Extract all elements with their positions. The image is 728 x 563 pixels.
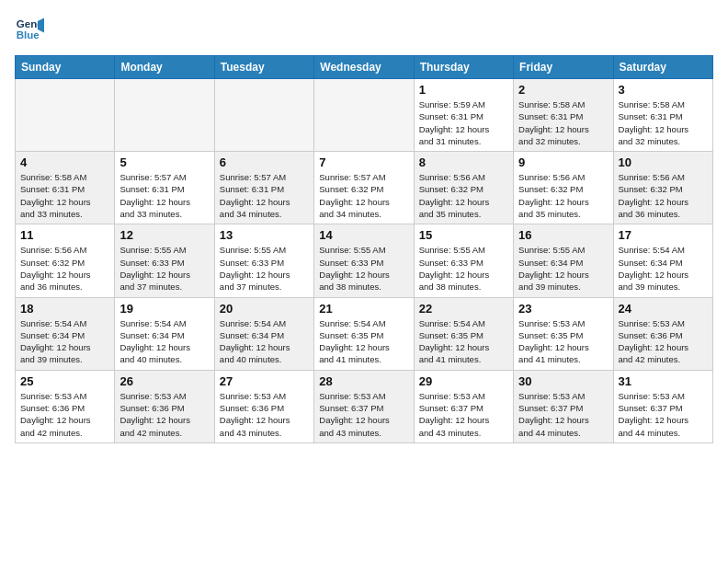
- calendar-cell: 30Sunrise: 5:53 AMSunset: 6:37 PMDayligh…: [514, 370, 613, 442]
- day-number: 2: [518, 83, 608, 97]
- calendar-cell: 26Sunrise: 5:53 AMSunset: 6:36 PMDayligh…: [115, 370, 214, 442]
- calendar-cell: 18Sunrise: 5:54 AMSunset: 6:34 PMDayligh…: [16, 297, 115, 370]
- calendar-cell: 17Sunrise: 5:54 AMSunset: 6:34 PMDayligh…: [613, 224, 712, 297]
- day-number: 19: [119, 302, 209, 316]
- day-info: Sunrise: 5:57 AMSunset: 6:32 PMDaylight:…: [319, 171, 408, 220]
- day-number: 29: [419, 374, 508, 388]
- day-number: 11: [20, 228, 109, 242]
- day-info: Sunrise: 5:53 AMSunset: 6:37 PMDaylight:…: [518, 390, 608, 439]
- day-info: Sunrise: 5:56 AMSunset: 6:32 PMDaylight:…: [419, 171, 508, 220]
- weekday-header: Sunday: [16, 56, 115, 79]
- day-info: Sunrise: 5:54 AMSunset: 6:35 PMDaylight:…: [419, 317, 508, 366]
- day-info: Sunrise: 5:54 AMSunset: 6:34 PMDaylight:…: [119, 317, 209, 366]
- day-number: 25: [20, 374, 109, 388]
- calendar-cell: 27Sunrise: 5:53 AMSunset: 6:36 PMDayligh…: [214, 370, 313, 442]
- weekday-header: Wednesday: [314, 56, 414, 79]
- day-info: Sunrise: 5:53 AMSunset: 6:37 PMDaylight:…: [319, 390, 408, 439]
- day-info: Sunrise: 5:56 AMSunset: 6:32 PMDaylight:…: [20, 244, 109, 293]
- day-number: 12: [119, 228, 209, 242]
- day-number: 16: [518, 228, 608, 242]
- weekday-header: Saturday: [613, 56, 712, 79]
- calendar-cell: 24Sunrise: 5:53 AMSunset: 6:36 PMDayligh…: [613, 297, 712, 370]
- weekday-header: Monday: [115, 56, 214, 79]
- day-number: 23: [518, 302, 608, 316]
- day-number: 30: [518, 374, 608, 388]
- day-info: Sunrise: 5:53 AMSunset: 6:37 PMDaylight:…: [619, 390, 708, 439]
- day-info: Sunrise: 5:58 AMSunset: 6:31 PMDaylight:…: [619, 98, 708, 147]
- calendar-cell: 25Sunrise: 5:53 AMSunset: 6:36 PMDayligh…: [16, 370, 115, 442]
- day-info: Sunrise: 5:54 AMSunset: 6:34 PMDaylight:…: [220, 317, 309, 366]
- day-info: Sunrise: 5:55 AMSunset: 6:33 PMDaylight:…: [220, 244, 309, 293]
- day-info: Sunrise: 5:55 AMSunset: 6:34 PMDaylight:…: [518, 244, 608, 293]
- calendar-cell: 19Sunrise: 5:54 AMSunset: 6:34 PMDayligh…: [115, 297, 214, 370]
- day-info: Sunrise: 5:58 AMSunset: 6:31 PMDaylight:…: [518, 98, 608, 147]
- calendar-cell: 13Sunrise: 5:55 AMSunset: 6:33 PMDayligh…: [214, 224, 313, 297]
- day-number: 31: [619, 374, 708, 388]
- day-number: 24: [619, 302, 708, 316]
- calendar-cell: 9Sunrise: 5:56 AMSunset: 6:32 PMDaylight…: [514, 152, 613, 224]
- calendar-cell: [16, 79, 115, 152]
- day-number: 8: [419, 155, 508, 169]
- logo: General Blue: [15, 15, 44, 44]
- calendar-cell: 1Sunrise: 5:59 AMSunset: 6:31 PMDaylight…: [414, 79, 513, 152]
- day-info: Sunrise: 5:53 AMSunset: 6:37 PMDaylight:…: [419, 390, 508, 439]
- calendar-cell: 23Sunrise: 5:53 AMSunset: 6:35 PMDayligh…: [514, 297, 613, 370]
- day-number: 4: [20, 155, 109, 169]
- calendar-cell: 6Sunrise: 5:57 AMSunset: 6:31 PMDaylight…: [214, 152, 313, 224]
- day-info: Sunrise: 5:55 AMSunset: 6:33 PMDaylight:…: [419, 244, 508, 293]
- weekday-header: Tuesday: [214, 56, 313, 79]
- calendar-cell: 10Sunrise: 5:56 AMSunset: 6:32 PMDayligh…: [613, 152, 712, 224]
- day-number: 20: [220, 302, 309, 316]
- calendar-week-row: 1Sunrise: 5:59 AMSunset: 6:31 PMDaylight…: [16, 79, 713, 152]
- calendar-cell: [314, 79, 414, 152]
- day-info: Sunrise: 5:58 AMSunset: 6:31 PMDaylight:…: [20, 171, 109, 220]
- day-info: Sunrise: 5:57 AMSunset: 6:31 PMDaylight:…: [220, 171, 309, 220]
- day-info: Sunrise: 5:56 AMSunset: 6:32 PMDaylight:…: [619, 171, 708, 220]
- calendar-cell: 11Sunrise: 5:56 AMSunset: 6:32 PMDayligh…: [16, 224, 115, 297]
- weekday-header: Thursday: [414, 56, 513, 79]
- calendar-cell: 28Sunrise: 5:53 AMSunset: 6:37 PMDayligh…: [314, 370, 414, 442]
- calendar-cell: 21Sunrise: 5:54 AMSunset: 6:35 PMDayligh…: [314, 297, 414, 370]
- day-number: 9: [518, 155, 608, 169]
- calendar-cell: 16Sunrise: 5:55 AMSunset: 6:34 PMDayligh…: [514, 224, 613, 297]
- calendar-cell: 5Sunrise: 5:57 AMSunset: 6:31 PMDaylight…: [115, 152, 214, 224]
- calendar-body: 1Sunrise: 5:59 AMSunset: 6:31 PMDaylight…: [16, 79, 713, 443]
- weekday-header-row: SundayMondayTuesdayWednesdayThursdayFrid…: [16, 56, 713, 79]
- calendar-cell: 12Sunrise: 5:55 AMSunset: 6:33 PMDayligh…: [115, 224, 214, 297]
- day-number: 28: [319, 374, 408, 388]
- day-number: 18: [20, 302, 109, 316]
- day-info: Sunrise: 5:53 AMSunset: 6:35 PMDaylight:…: [518, 317, 608, 366]
- logo-icon: General Blue: [15, 15, 44, 44]
- day-number: 26: [119, 374, 209, 388]
- calendar-cell: 2Sunrise: 5:58 AMSunset: 6:31 PMDaylight…: [514, 79, 613, 152]
- calendar-cell: 31Sunrise: 5:53 AMSunset: 6:37 PMDayligh…: [613, 370, 712, 442]
- day-info: Sunrise: 5:59 AMSunset: 6:31 PMDaylight:…: [419, 98, 508, 147]
- calendar-week-row: 25Sunrise: 5:53 AMSunset: 6:36 PMDayligh…: [16, 370, 713, 442]
- weekday-header: Friday: [514, 56, 613, 79]
- calendar-cell: [115, 79, 214, 152]
- calendar-week-row: 11Sunrise: 5:56 AMSunset: 6:32 PMDayligh…: [16, 224, 713, 297]
- svg-text:Blue: Blue: [17, 29, 40, 40]
- day-info: Sunrise: 5:53 AMSunset: 6:36 PMDaylight:…: [619, 317, 708, 366]
- calendar-cell: 20Sunrise: 5:54 AMSunset: 6:34 PMDayligh…: [214, 297, 313, 370]
- calendar-cell: 8Sunrise: 5:56 AMSunset: 6:32 PMDaylight…: [414, 152, 513, 224]
- day-number: 10: [619, 155, 708, 169]
- day-info: Sunrise: 5:56 AMSunset: 6:32 PMDaylight:…: [518, 171, 608, 220]
- day-info: Sunrise: 5:53 AMSunset: 6:36 PMDaylight:…: [220, 390, 309, 439]
- calendar-cell: 14Sunrise: 5:55 AMSunset: 6:33 PMDayligh…: [314, 224, 414, 297]
- calendar-cell: 4Sunrise: 5:58 AMSunset: 6:31 PMDaylight…: [16, 152, 115, 224]
- calendar-cell: 29Sunrise: 5:53 AMSunset: 6:37 PMDayligh…: [414, 370, 513, 442]
- day-number: 7: [319, 155, 408, 169]
- day-number: 1: [419, 83, 508, 97]
- calendar-cell: [214, 79, 313, 152]
- day-info: Sunrise: 5:53 AMSunset: 6:36 PMDaylight:…: [119, 390, 209, 439]
- day-number: 5: [119, 155, 209, 169]
- calendar-week-row: 18Sunrise: 5:54 AMSunset: 6:34 PMDayligh…: [16, 297, 713, 370]
- calendar-week-row: 4Sunrise: 5:58 AMSunset: 6:31 PMDaylight…: [16, 152, 713, 224]
- calendar-cell: 15Sunrise: 5:55 AMSunset: 6:33 PMDayligh…: [414, 224, 513, 297]
- day-info: Sunrise: 5:55 AMSunset: 6:33 PMDaylight:…: [119, 244, 209, 293]
- day-number: 14: [319, 228, 408, 242]
- day-number: 15: [419, 228, 508, 242]
- day-number: 13: [220, 228, 309, 242]
- calendar-cell: 7Sunrise: 5:57 AMSunset: 6:32 PMDaylight…: [314, 152, 414, 224]
